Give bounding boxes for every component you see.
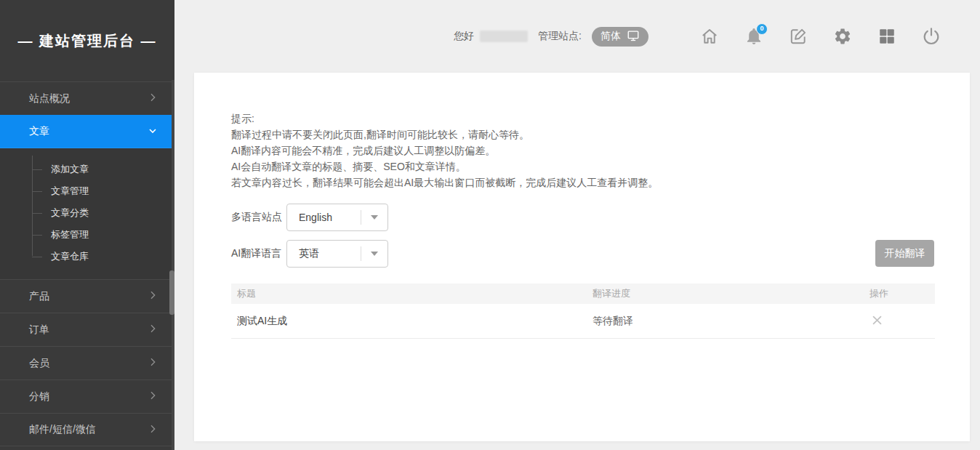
chevron-right-icon — [147, 423, 158, 437]
caret-down-icon — [361, 215, 387, 220]
sidebar-item-members[interactable]: 会员 — [0, 346, 174, 379]
topbar: 您好 管理站点: 简体 0 — [174, 0, 980, 73]
greeting-label: 您好 — [454, 30, 474, 43]
sidebar-scrollbar-thumb[interactable] — [169, 270, 174, 315]
ai-language-value: 英语 — [287, 247, 361, 260]
row-progress: 等待翻译 — [593, 315, 869, 328]
sidebar: — 建站管理后台 — 站点概况 文章 添加文章 文章管理 文章分类 标签管理 文… — [0, 0, 174, 450]
chevron-right-icon — [147, 92, 158, 105]
tips-title: 提示: — [231, 111, 658, 126]
header-actions: 操作 — [869, 287, 935, 300]
header-title: 标题 — [231, 287, 593, 300]
tips-line: 翻译过程中请不要关闭此页面,翻译时间可能比较长，请耐心等待。 — [231, 126, 658, 142]
header-progress: 翻译进度 — [593, 287, 869, 300]
sidebar-nav-lower: 产品 订单 会员 分销 邮件/短信/微信 — [0, 279, 174, 446]
sidebar-item-email-sms-wechat[interactable]: 邮件/短信/微信 — [0, 413, 174, 446]
submenu-item-add-article[interactable]: 添加文章 — [0, 158, 174, 180]
site-language-label: 简体 — [601, 30, 621, 43]
chevron-right-icon — [147, 323, 158, 337]
caret-down-icon — [361, 252, 387, 256]
ai-language-row: AI翻译语言 英语 — [231, 240, 388, 268]
power-icon[interactable] — [922, 27, 941, 46]
edit-icon[interactable] — [789, 27, 808, 46]
gear-icon[interactable] — [833, 27, 852, 46]
sidebar-item-products[interactable]: 产品 — [0, 279, 174, 313]
chevron-down-icon — [147, 125, 158, 139]
chevron-right-icon — [147, 390, 158, 403]
site-language-badge[interactable]: 简体 — [592, 27, 648, 47]
tips-line: AI会自动翻译文章的标题、摘要、SEO和文章详情。 — [231, 158, 658, 174]
app-title: — 建站管理后台 — — [0, 0, 174, 81]
grid-icon[interactable] — [877, 27, 896, 46]
tips-block: 提示: 翻译过程中请不要关闭此页面,翻译时间可能比较长，请耐心等待。 AI翻译内… — [231, 111, 658, 190]
notification-badge: 0 — [756, 23, 768, 35]
multilingual-site-label: 多语言站点 — [231, 211, 286, 224]
table-header: 标题 翻译进度 操作 — [231, 284, 935, 304]
sidebar-item-articles[interactable]: 文章 — [0, 115, 174, 148]
tips-line: 若文章内容过长，翻译结果可能会超出AI最大输出窗口而被截断，完成后建议人工查看并… — [231, 174, 658, 190]
chevron-right-icon — [147, 356, 158, 370]
multilingual-site-value: English — [287, 212, 361, 223]
submenu-item-tag-management[interactable]: 标签管理 — [0, 224, 174, 246]
manage-site-label: 管理站点: — [538, 30, 582, 43]
bell-icon[interactable]: 0 — [744, 27, 763, 46]
ai-language-select[interactable]: 英语 — [286, 240, 388, 268]
table-row: 测试AI生成 等待翻译 — [231, 304, 935, 339]
redacted-username — [480, 31, 528, 42]
multilingual-site-row: 多语言站点 English — [231, 204, 388, 231]
submenu-item-article-management[interactable]: 文章管理 — [0, 180, 174, 202]
articles-submenu: 添加文章 文章管理 文章分类 标签管理 文章仓库 — [0, 148, 174, 279]
submenu-item-article-warehouse[interactable]: 文章仓库 — [0, 246, 174, 268]
sidebar-nav: 站点概况 文章 — [0, 81, 174, 148]
sidebar-item-site-overview[interactable]: 站点概况 — [0, 81, 174, 115]
content-card: 提示: 翻译过程中请不要关闭此页面,翻译时间可能比较长，请耐心等待。 AI翻译内… — [194, 73, 970, 441]
row-title: 测试AI生成 — [231, 315, 593, 328]
submenu-item-article-categories[interactable]: 文章分类 — [0, 202, 174, 224]
close-icon[interactable] — [871, 314, 883, 326]
sidebar-item-orders[interactable]: 订单 — [0, 313, 174, 346]
multilingual-site-select[interactable]: English — [286, 204, 388, 231]
translation-table: 标题 翻译进度 操作 测试AI生成 等待翻译 — [231, 284, 935, 339]
tips-line: AI翻译内容可能会不精准，完成后建议人工调整以防偏差。 — [231, 142, 658, 158]
ai-language-label: AI翻译语言 — [231, 247, 286, 260]
start-translation-button[interactable]: 开始翻译 — [875, 240, 934, 267]
home-icon[interactable] — [700, 27, 719, 46]
sidebar-item-distribution[interactable]: 分销 — [0, 379, 174, 413]
sidebar-scrollbar-track — [172, 80, 174, 450]
monitor-icon — [627, 29, 640, 44]
chevron-right-icon — [147, 289, 158, 303]
